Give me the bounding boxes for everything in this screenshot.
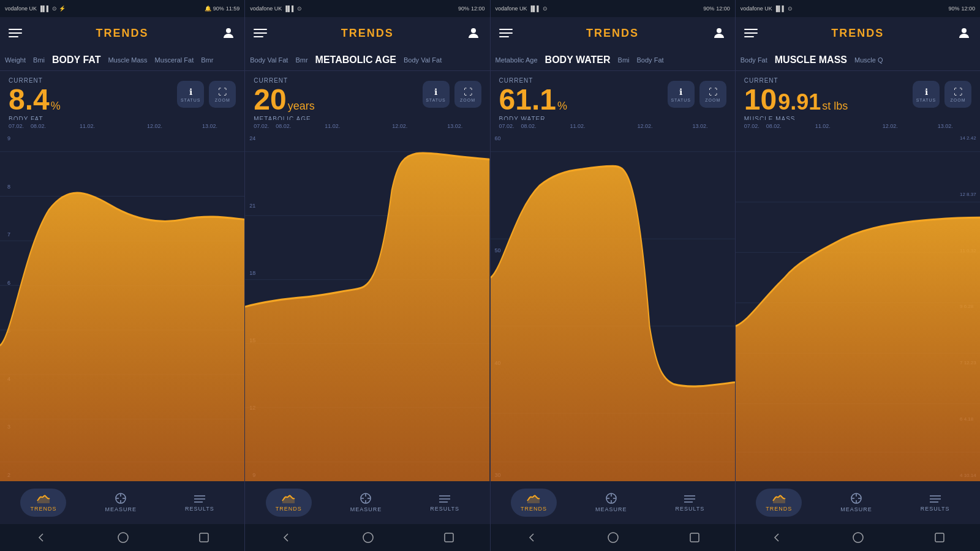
menu-line-3 — [9, 36, 18, 37]
profile-icon-1[interactable] — [221, 26, 236, 40]
profile-icon-2[interactable] — [466, 26, 481, 40]
svg-point-17 — [118, 533, 128, 542]
hamburger-menu-3[interactable] — [499, 26, 514, 40]
date-1e: 13.02. — [202, 123, 217, 129]
zoom-btn-2[interactable]: ⛶ ZOOM — [454, 81, 481, 108]
tab-bmr-1[interactable]: Bmr — [201, 54, 213, 66]
results-icon-2 — [439, 493, 450, 503]
wifi-icon-2: ⊙ — [297, 6, 302, 12]
zoom-label-2: ZOOM — [460, 98, 475, 102]
date-1d: 12.02. — [147, 123, 162, 129]
chart-fill-4 — [736, 217, 980, 481]
tab-musclemass-1[interactable]: Muscle Mass — [108, 54, 147, 66]
home-btn-3[interactable] — [608, 532, 619, 543]
bottom-results-1[interactable]: RESULTS — [175, 489, 224, 517]
bottom-trends-4[interactable]: TRENDS — [756, 489, 802, 517]
tab-bodyfat-1[interactable]: BODY FAT — [52, 52, 100, 68]
bottom-results-3[interactable]: RESULTS — [665, 489, 714, 517]
status-icon-4: ℹ — [925, 87, 928, 97]
chart-svg-1 — [0, 132, 244, 481]
date-1b: 08.02. — [31, 123, 46, 129]
recents-btn-2[interactable] — [443, 532, 454, 543]
menu-line-8 — [499, 32, 513, 34]
tab-muscleq-4[interactable]: Muscle Q — [854, 54, 883, 66]
tab-bmi-3[interactable]: Bmi — [618, 54, 630, 66]
date-1c: 11.02. — [80, 123, 95, 129]
status-right-3: 90% 12:00 — [703, 6, 730, 12]
bottom-measure-4[interactable]: MEASURE — [831, 488, 882, 517]
current-number-4a: 10 — [744, 85, 777, 114]
results-icon-1 — [194, 493, 205, 503]
tab-bmr-2[interactable]: Bmr — [295, 54, 307, 66]
status-bar-2: vodafone UK ▐▌▌ ⊙ 90% 12:00 — [245, 0, 489, 17]
zoom-label-1: ZOOM — [215, 98, 230, 102]
zoom-btn-3[interactable]: ⛶ ZOOM — [699, 81, 726, 108]
current-number-4b: 9.91 — [778, 91, 821, 113]
screen-muscle-mass: vodafone UK ▐▌▌ ⊙ 90% 12:00 TRENDS Body — [736, 0, 980, 551]
trends-icon-4 — [772, 493, 786, 503]
tab-visceralfat-1[interactable]: Musceral Fat — [155, 54, 194, 66]
home-btn-2[interactable] — [363, 532, 374, 543]
profile-icon-4[interactable] — [957, 26, 971, 40]
hamburger-menu-4[interactable] — [744, 26, 759, 40]
action-buttons-3: ℹ STATUS ⛶ ZOOM — [668, 81, 726, 108]
tab-bodywater-3[interactable]: BODY WATER — [545, 52, 611, 68]
bottom-measure-3[interactable]: MEASURE — [586, 488, 637, 517]
bottom-results-4[interactable]: RESULTS — [911, 489, 960, 517]
menu-line-10 — [744, 29, 758, 30]
back-btn-3[interactable] — [526, 531, 538, 544]
tab-metabolicage-2[interactable]: METABOLIC AGE — [315, 52, 396, 68]
hamburger-menu-1[interactable] — [9, 26, 23, 40]
zoom-btn-1[interactable]: ⛶ ZOOM — [209, 81, 236, 108]
menu-line-6 — [254, 36, 263, 37]
tab-musclemass-4[interactable]: MUSCLE MASS — [775, 52, 847, 68]
recents-btn-1[interactable] — [198, 532, 209, 543]
bottom-results-2[interactable]: RESULTS — [420, 489, 469, 517]
bottom-measure-1[interactable]: MEASURE — [95, 488, 146, 517]
back-btn-4[interactable] — [771, 531, 783, 544]
status-btn-2[interactable]: ℹ STATUS — [423, 81, 450, 108]
menu-line-12 — [744, 36, 754, 37]
status-btn-4[interactable]: ℹ STATUS — [913, 81, 940, 108]
tab-bodyfat-4[interactable]: Body Fat — [741, 54, 767, 66]
tab-bodyvalfat2-2[interactable]: Body Val Fat — [404, 54, 442, 66]
zoom-btn-4[interactable]: ⛶ ZOOM — [944, 81, 971, 108]
home-btn-1[interactable] — [118, 532, 129, 543]
back-btn-1[interactable] — [35, 531, 47, 544]
tab-bmi-1[interactable]: Bmi — [33, 54, 45, 66]
status-bar-4: vodafone UK ▐▌▌ ⊙ 90% 12:00 — [736, 0, 980, 17]
bottom-trends-2[interactable]: TRENDS — [266, 489, 312, 517]
wifi-icon-4: ⊙ — [788, 6, 793, 12]
date-3e: 13.02. — [693, 123, 708, 129]
carrier-3: vodafone UK — [496, 6, 527, 12]
tab-bodyvalfat-2[interactable]: Body Val Fat — [250, 54, 288, 66]
bottom-trends-1[interactable]: TRENDS — [20, 489, 66, 517]
bottom-trends-label-3: TRENDS — [521, 506, 547, 512]
home-btn-4[interactable] — [853, 532, 864, 543]
nav-title-4: TRENDS — [831, 27, 884, 40]
screen-body-water: vodafone UK ▐▌▌ ⊙ 90% 12:00 TRENDS Metab — [491, 0, 736, 551]
svg-point-68 — [853, 533, 863, 542]
bottom-measure-label-3: MEASURE — [595, 506, 627, 512]
tab-metabolicage-3[interactable]: Metabolic Age — [496, 54, 538, 66]
recents-btn-4[interactable] — [934, 532, 945, 543]
hamburger-menu-2[interactable] — [254, 26, 268, 40]
measure-icon-3 — [606, 493, 617, 504]
tab-weight-1[interactable]: Weight — [5, 54, 26, 66]
date-axis-3: 07.02. 08.02. 11.02. 12.02. 13.02. — [491, 120, 735, 132]
bottom-trends-3[interactable]: TRENDS — [511, 489, 557, 517]
recents-btn-3[interactable] — [689, 532, 700, 543]
status-btn-3[interactable]: ℹ STATUS — [668, 81, 695, 108]
svg-point-34 — [363, 533, 373, 542]
tab-bodyfat-3[interactable]: Body Fat — [637, 54, 664, 66]
top-nav-1: TRENDS — [0, 17, 244, 49]
bottom-measure-2[interactable]: MEASURE — [341, 488, 392, 517]
current-value-display-3: 61.1 % — [499, 85, 567, 114]
back-btn-2[interactable] — [280, 531, 292, 544]
bottom-measure-label-4: MEASURE — [840, 506, 872, 512]
status-btn-1[interactable]: ℹ STATUS — [177, 81, 204, 108]
metric-tabs-4: Body Fat MUSCLE MASS Muscle Q — [736, 49, 980, 71]
bottom-measure-label-1: MEASURE — [105, 506, 137, 512]
profile-icon-3[interactable] — [712, 26, 726, 40]
menu-line-1 — [9, 29, 22, 30]
